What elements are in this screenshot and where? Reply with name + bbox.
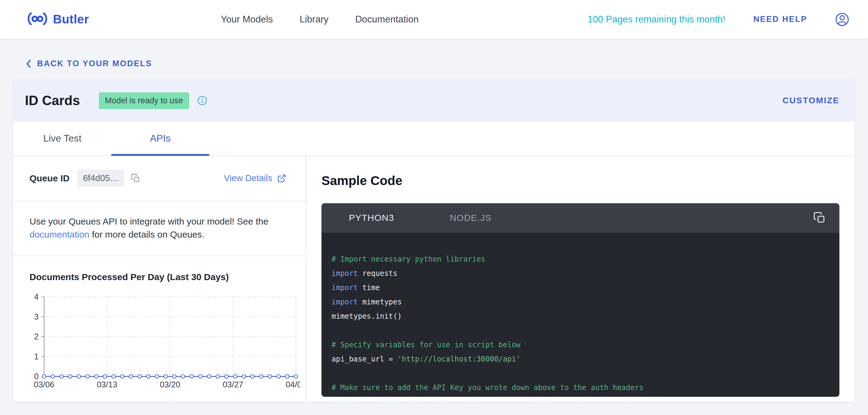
- description-text-after: for more details on Queues.: [89, 229, 205, 239]
- right-column: Sample Code PYTHON3 NODE.JS # Import nec…: [306, 156, 855, 402]
- nav-right: 100 Pages remaining this month! NEED HEL…: [588, 12, 849, 27]
- left-column: Queue ID 6f4d05… View Details: [13, 156, 306, 402]
- svg-text:1: 1: [34, 352, 39, 361]
- copy-icon[interactable]: [131, 173, 141, 183]
- svg-text:4: 4: [34, 292, 39, 301]
- tab-live-test[interactable]: Live Test: [13, 122, 111, 155]
- model-tabs: Live Test APIs: [13, 122, 855, 156]
- code-copy-icon[interactable]: [813, 211, 826, 224]
- svg-text:04/03: 04/03: [286, 380, 300, 389]
- documents-chart: 0123403/0603/1303/2003/2704/03: [30, 292, 300, 393]
- butler-logo-icon: [26, 12, 49, 27]
- nav-item-documentation[interactable]: Documentation: [355, 14, 419, 25]
- model-content: Queue ID 6f4d05… View Details: [13, 156, 855, 402]
- code-tab-python3[interactable]: PYTHON3: [349, 213, 394, 223]
- svg-text:03/06: 03/06: [34, 380, 55, 389]
- queue-id-row: Queue ID 6f4d05… View Details: [13, 156, 306, 201]
- back-link-label: BACK TO YOUR MODELS: [37, 59, 152, 68]
- model-card: ID Cards Model is ready to use CUSTOMIZE…: [13, 80, 855, 402]
- view-details-label: View Details: [224, 173, 272, 183]
- view-details-link[interactable]: View Details: [224, 173, 286, 183]
- code-block: PYTHON3 NODE.JS # Import necessary pytho…: [321, 203, 839, 397]
- nav-item-library[interactable]: Library: [300, 14, 329, 25]
- sample-code-title: Sample Code: [321, 173, 839, 188]
- brand[interactable]: Butler: [26, 12, 89, 27]
- svg-text:3: 3: [34, 312, 39, 321]
- svg-text:0: 0: [34, 372, 39, 381]
- tab-apis[interactable]: APIs: [111, 122, 209, 155]
- model-header: ID Cards Model is ready to use CUSTOMIZE: [13, 80, 855, 122]
- status-badge: Model is ready to use: [99, 92, 189, 109]
- brand-name: Butler: [53, 12, 89, 26]
- customize-button[interactable]: CUSTOMIZE: [782, 96, 839, 105]
- nav-links: Your Models Library Documentation: [221, 0, 418, 39]
- model-title: ID Cards: [25, 93, 80, 108]
- code-header: PYTHON3 NODE.JS: [321, 203, 839, 233]
- queues-description: Use your Queues API to integrate with yo…: [13, 201, 306, 256]
- code-tab-nodejs[interactable]: NODE.JS: [450, 213, 492, 223]
- info-icon[interactable]: [197, 95, 208, 106]
- queue-id-value: 6f4d05…: [78, 170, 124, 187]
- top-nav: Butler Your Models Library Documentation…: [0, 0, 868, 39]
- svg-text:2: 2: [34, 332, 39, 341]
- svg-text:03/13: 03/13: [97, 380, 117, 389]
- chart-title: Documents Processed Per Day (Last 30 Day…: [30, 272, 306, 282]
- svg-text:03/27: 03/27: [223, 380, 243, 389]
- nav-item-your-models[interactable]: Your Models: [221, 14, 273, 25]
- code-lines: # Import necessary python librariesimpor…: [321, 233, 839, 397]
- description-text-before: Use your Queues API to integrate with yo…: [30, 216, 268, 226]
- external-link-icon: [277, 174, 286, 183]
- need-help-link[interactable]: NEED HELP: [753, 14, 807, 24]
- back-to-models-link[interactable]: BACK TO YOUR MODELS: [25, 59, 152, 68]
- pages-remaining-text: 100 Pages remaining this month!: [588, 14, 725, 25]
- chart-section: Documents Processed Per Day (Last 30 Day…: [13, 256, 306, 402]
- account-icon[interactable]: [835, 12, 849, 27]
- chevron-left-icon: [25, 59, 32, 68]
- svg-text:03/20: 03/20: [160, 380, 180, 389]
- documentation-link[interactable]: documentation: [30, 229, 89, 239]
- queue-id-label: Queue ID: [30, 173, 70, 183]
